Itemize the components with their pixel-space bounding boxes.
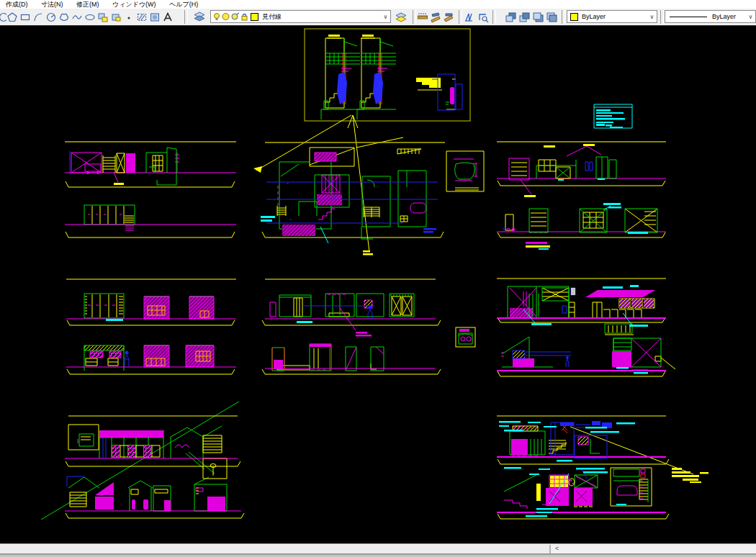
circle-tool-icon[interactable] — [45, 10, 58, 24]
linetype-value: ByLayer — [710, 13, 747, 20]
hatch-tool-icon[interactable] — [135, 10, 148, 24]
rectangle-tool-icon[interactable] — [19, 10, 32, 24]
toolbar: 見付線 ∨ ByLayer ∨ ByLayer ∨ — [0, 9, 756, 26]
layer-on-circle-icon — [221, 12, 230, 22]
elevation-row2-left — [66, 279, 236, 374]
elevation-row1-left — [65, 142, 236, 187]
menu-bar: 作成(D) 寸法(N) 修正(M) ウィンドウ(W) ヘルプ(H) — [0, 0, 756, 9]
elevation-row3-left — [41, 402, 244, 520]
layer-paint-icon[interactable] — [395, 10, 408, 24]
point-tool-icon[interactable] — [122, 10, 135, 24]
quick-dimension-icon[interactable] — [462, 10, 475, 24]
fixture-detail — [456, 327, 475, 347]
toolbar-separator — [184, 10, 188, 24]
elevation-row2-right — [497, 278, 675, 376]
layer-freeze-icon — [230, 12, 240, 22]
bulb-icon — [212, 12, 221, 22]
chevron-down-icon[interactable]: ∨ — [649, 11, 655, 22]
drawing-canvas[interactable] — [0, 26, 756, 543]
layer-lock-icon — [240, 12, 249, 22]
chevron-down-icon[interactable]: ∨ — [747, 11, 754, 22]
spline-tool-icon[interactable] — [71, 10, 84, 24]
menu-item-dimension[interactable]: 寸法(N) — [35, 0, 69, 9]
region-tool-icon[interactable] — [148, 10, 161, 24]
washer-detail — [446, 151, 484, 191]
layers-stack-icon[interactable] — [193, 10, 206, 24]
layer-combo[interactable]: 見付線 ∨ — [210, 10, 391, 23]
text-tool-icon[interactable] — [161, 10, 174, 24]
bring-to-front-icon[interactable] — [504, 10, 517, 24]
chevron-down-icon[interactable]: ∨ — [382, 11, 389, 22]
toolbar-separator — [660, 10, 664, 24]
toolbar-separator — [492, 10, 496, 24]
ellipse-tool-icon[interactable] — [84, 10, 96, 24]
send-under-objects-icon[interactable] — [545, 10, 558, 24]
send-to-back-icon[interactable] — [518, 10, 531, 24]
toolbar-separator — [562, 10, 565, 24]
scroll-left-arrow[interactable]: < — [555, 544, 559, 553]
color-control-combo[interactable]: ByLayer ∨ — [567, 10, 657, 23]
distance-tool-icon[interactable] — [416, 10, 429, 24]
window-bottom-edge — [0, 553, 756, 557]
menu-item-draw[interactable]: 作成(D) — [0, 0, 34, 9]
elevation-row1-right — [497, 104, 666, 250]
scrollbar-thumb[interactable] — [0, 545, 551, 553]
cabinet-row-left — [65, 205, 236, 237]
revision-cloud-tool-icon[interactable] — [58, 10, 71, 24]
arc-tool-icon[interactable] — [32, 10, 45, 24]
elevation-row3-right — [497, 416, 708, 519]
insert-block-tool-icon[interactable] — [96, 10, 109, 24]
menu-item-help[interactable]: ヘルプ(H) — [163, 0, 204, 9]
horizontal-scrollbar[interactable]: < — [0, 543, 756, 553]
color-value: ByLayer — [580, 13, 649, 20]
elevation-row2-center — [262, 279, 441, 374]
area-inquiry-icon[interactable] — [477, 10, 490, 24]
layer-color-swatch — [251, 13, 258, 21]
plan-group-center — [261, 142, 445, 255]
polygon-tool-icon[interactable] — [6, 10, 19, 24]
bring-above-objects-icon[interactable] — [531, 10, 544, 24]
linetype-sample-icon — [670, 17, 707, 17]
current-layer-name: 見付線 — [260, 12, 382, 22]
dimension-aligned-icon[interactable] — [442, 10, 455, 24]
linetype-control-combo[interactable]: ByLayer ∨ — [665, 10, 756, 23]
cad-drawing — [0, 26, 756, 543]
dimension-linear-icon[interactable] — [429, 10, 442, 24]
menu-item-modify[interactable]: 修正(M) — [71, 0, 105, 9]
cad-application-window: { "menu_bar": { "items": [ {"label": "作成… — [0, 0, 756, 557]
menu-item-window[interactable]: ウィンドウ(W) — [107, 0, 162, 9]
color-swatch — [570, 13, 578, 21]
make-block-tool-icon[interactable] — [109, 10, 122, 24]
